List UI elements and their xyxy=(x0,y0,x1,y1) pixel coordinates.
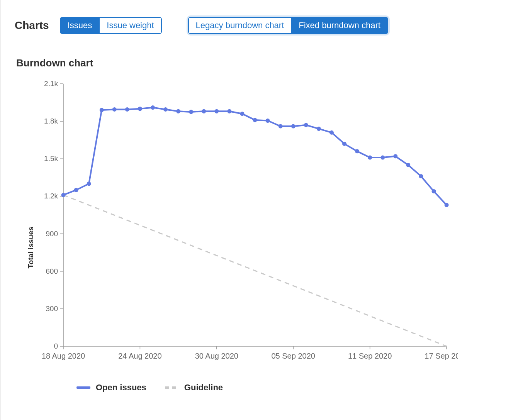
svg-point-53 xyxy=(355,149,359,153)
svg-point-34 xyxy=(112,107,117,112)
svg-text:1.2k: 1.2k xyxy=(44,192,58,200)
svg-point-57 xyxy=(406,163,410,167)
tab-issues[interactable]: Issues xyxy=(61,18,99,33)
svg-point-31 xyxy=(74,188,78,192)
svg-text:24 Aug 2020: 24 Aug 2020 xyxy=(118,352,161,360)
svg-point-54 xyxy=(368,156,372,160)
svg-point-55 xyxy=(381,156,385,160)
svg-point-46 xyxy=(266,119,270,123)
svg-point-45 xyxy=(253,118,257,122)
svg-point-60 xyxy=(445,203,449,207)
svg-text:30 Aug 2020: 30 Aug 2020 xyxy=(195,352,238,360)
svg-point-43 xyxy=(227,109,231,113)
tab-fixed-burndown[interactable]: Fixed burndown chart xyxy=(291,18,387,33)
svg-point-38 xyxy=(163,107,168,112)
svg-text:18 Aug 2020: 18 Aug 2020 xyxy=(42,352,85,360)
svg-text:300: 300 xyxy=(46,305,58,313)
svg-text:900: 900 xyxy=(46,230,58,238)
y-axis-label: Total issues xyxy=(27,227,35,268)
svg-point-36 xyxy=(138,107,142,111)
svg-point-52 xyxy=(342,142,347,146)
svg-point-59 xyxy=(431,189,436,193)
burndown-toggle-focus-ring: Legacy burndown chart Fixed burndown cha… xyxy=(187,15,390,36)
svg-text:05 Sep 2020: 05 Sep 2020 xyxy=(271,352,315,360)
svg-point-32 xyxy=(87,182,91,186)
svg-point-58 xyxy=(419,174,423,178)
svg-point-37 xyxy=(151,105,155,110)
legend-swatch-dash xyxy=(165,386,179,389)
svg-point-33 xyxy=(100,108,104,112)
svg-point-30 xyxy=(61,193,66,197)
legend-swatch-solid xyxy=(76,386,90,389)
tab-legacy-burndown[interactable]: Legacy burndown chart xyxy=(189,18,291,33)
tab-issue-weight[interactable]: Issue weight xyxy=(99,18,161,33)
chart-title: Burndown chart xyxy=(16,57,499,69)
svg-text:0: 0 xyxy=(54,342,58,350)
svg-point-39 xyxy=(176,109,180,113)
svg-point-51 xyxy=(330,130,334,135)
legend: Open issues Guideline xyxy=(76,383,499,393)
svg-point-35 xyxy=(125,107,129,112)
header-row: Charts Issues Issue weight Legacy burndo… xyxy=(15,15,499,36)
svg-text:600: 600 xyxy=(46,267,58,275)
burndown-toggle-group: Legacy burndown chart Fixed burndown cha… xyxy=(188,17,388,34)
svg-text:1.5k: 1.5k xyxy=(44,154,58,163)
svg-point-48 xyxy=(291,124,296,129)
svg-point-50 xyxy=(317,127,321,131)
svg-point-49 xyxy=(304,123,308,127)
chart-svg: 03006009001.2k1.5k1.8k2.1k18 Aug 202024 … xyxy=(33,80,458,373)
svg-point-40 xyxy=(189,110,193,114)
legend-label-guideline: Guideline xyxy=(184,383,223,393)
svg-point-44 xyxy=(240,112,244,116)
svg-point-42 xyxy=(214,109,219,113)
svg-point-47 xyxy=(279,124,283,129)
charts-heading: Charts xyxy=(15,19,49,32)
svg-point-41 xyxy=(202,109,206,113)
svg-point-56 xyxy=(393,154,397,158)
svg-text:17 Sep 2020: 17 Sep 2020 xyxy=(425,352,458,360)
burndown-chart: Total issues 03006009001.2k1.5k1.8k2.1k1… xyxy=(33,80,458,373)
legend-open-issues: Open issues xyxy=(76,383,146,393)
svg-text:11 Sep 2020: 11 Sep 2020 xyxy=(348,352,392,360)
metric-toggle-group: Issues Issue weight xyxy=(60,17,162,34)
svg-text:1.8k: 1.8k xyxy=(44,117,58,125)
svg-text:2.1k: 2.1k xyxy=(44,80,58,88)
legend-guideline: Guideline xyxy=(165,383,223,393)
legend-label-open-issues: Open issues xyxy=(96,383,146,393)
